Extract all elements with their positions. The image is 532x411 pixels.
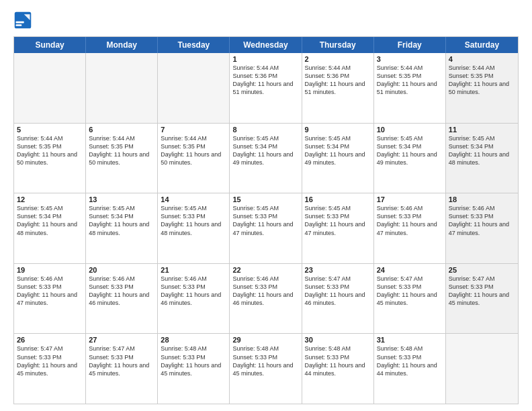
cell-info: Sunrise: 5:45 AMSunset: 5:33 PMDaylight:… <box>305 204 371 237</box>
cell-info: Sunrise: 5:46 AMSunset: 5:33 PMDaylight:… <box>449 204 515 237</box>
calendar-cell-28: 28Sunrise: 5:48 AMSunset: 5:33 PMDayligh… <box>158 334 230 404</box>
calendar-cell-30: 30Sunrise: 5:48 AMSunset: 5:33 PMDayligh… <box>302 334 374 404</box>
weekday-header-monday: Monday <box>86 37 158 53</box>
calendar-cell-15: 15Sunrise: 5:45 AMSunset: 5:33 PMDayligh… <box>230 193 302 263</box>
day-number: 23 <box>305 266 371 274</box>
calendar-cell-24: 24Sunrise: 5:47 AMSunset: 5:33 PMDayligh… <box>374 264 446 334</box>
cell-info: Sunrise: 5:44 AMSunset: 5:35 PMDaylight:… <box>377 64 443 97</box>
cell-info: Sunrise: 5:45 AMSunset: 5:34 PMDaylight:… <box>17 204 83 237</box>
logo <box>13 11 35 30</box>
svg-rect-3 <box>16 24 22 26</box>
calendar-cell-empty <box>446 334 518 404</box>
calendar-cell-16: 16Sunrise: 5:45 AMSunset: 5:33 PMDayligh… <box>302 193 374 263</box>
cell-info: Sunrise: 5:44 AMSunset: 5:36 PMDaylight:… <box>305 64 371 97</box>
day-number: 15 <box>232 195 298 203</box>
calendar-cell-17: 17Sunrise: 5:46 AMSunset: 5:33 PMDayligh… <box>374 193 446 263</box>
day-number: 21 <box>161 266 226 274</box>
cell-info: Sunrise: 5:45 AMSunset: 5:33 PMDaylight:… <box>232 204 298 237</box>
day-number: 8 <box>232 126 298 134</box>
cell-info: Sunrise: 5:48 AMSunset: 5:33 PMDaylight:… <box>232 345 298 377</box>
cell-info: Sunrise: 5:47 AMSunset: 5:33 PMDaylight:… <box>89 345 154 377</box>
logo-icon <box>13 11 32 30</box>
cell-info: Sunrise: 5:48 AMSunset: 5:33 PMDaylight:… <box>377 345 443 377</box>
calendar-cell-13: 13Sunrise: 5:45 AMSunset: 5:34 PMDayligh… <box>86 193 158 263</box>
cell-info: Sunrise: 5:46 AMSunset: 5:33 PMDaylight:… <box>377 204 443 237</box>
calendar-cell-26: 26Sunrise: 5:47 AMSunset: 5:33 PMDayligh… <box>14 334 86 404</box>
cell-info: Sunrise: 5:45 AMSunset: 5:33 PMDaylight:… <box>161 204 226 237</box>
day-number: 27 <box>89 336 154 344</box>
day-number: 20 <box>89 266 154 274</box>
calendar-cell-empty <box>14 53 86 123</box>
calendar-row-1: 5Sunrise: 5:44 AMSunset: 5:35 PMDaylight… <box>14 123 518 193</box>
cell-info: Sunrise: 5:45 AMSunset: 5:34 PMDaylight:… <box>232 134 298 167</box>
day-number: 9 <box>305 126 371 134</box>
cell-info: Sunrise: 5:44 AMSunset: 5:36 PMDaylight:… <box>232 64 298 97</box>
cell-info: Sunrise: 5:44 AMSunset: 5:35 PMDaylight:… <box>449 64 515 97</box>
day-number: 12 <box>17 195 83 203</box>
day-number: 3 <box>377 55 443 63</box>
calendar-header: SundayMondayTuesdayWednesdayThursdayFrid… <box>14 37 518 53</box>
calendar-cell-29: 29Sunrise: 5:48 AMSunset: 5:33 PMDayligh… <box>230 334 302 404</box>
calendar-cell-20: 20Sunrise: 5:46 AMSunset: 5:33 PMDayligh… <box>86 264 158 334</box>
calendar-cell-8: 8Sunrise: 5:45 AMSunset: 5:34 PMDaylight… <box>230 124 302 193</box>
day-number: 10 <box>377 126 443 134</box>
calendar-cell-18: 18Sunrise: 5:46 AMSunset: 5:33 PMDayligh… <box>446 193 518 263</box>
day-number: 2 <box>305 55 371 63</box>
calendar-cell-21: 21Sunrise: 5:46 AMSunset: 5:33 PMDayligh… <box>158 264 230 334</box>
cell-info: Sunrise: 5:45 AMSunset: 5:34 PMDaylight:… <box>449 134 515 167</box>
calendar-cell-11: 11Sunrise: 5:45 AMSunset: 5:34 PMDayligh… <box>446 124 518 193</box>
calendar-cell-31: 31Sunrise: 5:48 AMSunset: 5:33 PMDayligh… <box>374 334 446 404</box>
cell-info: Sunrise: 5:47 AMSunset: 5:33 PMDaylight:… <box>377 275 443 308</box>
calendar-cell-2: 2Sunrise: 5:44 AMSunset: 5:36 PMDaylight… <box>302 53 374 123</box>
calendar-cell-empty <box>158 53 230 123</box>
day-number: 11 <box>449 126 515 134</box>
cell-info: Sunrise: 5:47 AMSunset: 5:33 PMDaylight:… <box>17 345 83 377</box>
day-number: 22 <box>232 266 298 274</box>
day-number: 6 <box>89 126 154 134</box>
day-number: 28 <box>161 336 226 344</box>
cell-info: Sunrise: 5:46 AMSunset: 5:33 PMDaylight:… <box>161 275 226 308</box>
calendar-body: 1Sunrise: 5:44 AMSunset: 5:36 PMDaylight… <box>14 53 518 404</box>
day-number: 1 <box>232 55 298 63</box>
calendar-cell-6: 6Sunrise: 5:44 AMSunset: 5:35 PMDaylight… <box>86 124 158 193</box>
day-number: 14 <box>161 195 226 203</box>
weekday-header-wednesday: Wednesday <box>230 37 302 53</box>
cell-info: Sunrise: 5:46 AMSunset: 5:33 PMDaylight:… <box>89 275 154 308</box>
day-number: 16 <box>305 195 371 203</box>
day-number: 7 <box>161 126 226 134</box>
header <box>13 11 519 30</box>
cell-info: Sunrise: 5:48 AMSunset: 5:33 PMDaylight:… <box>161 345 226 377</box>
calendar-cell-23: 23Sunrise: 5:47 AMSunset: 5:33 PMDayligh… <box>302 264 374 334</box>
day-number: 26 <box>17 336 83 344</box>
cell-info: Sunrise: 5:46 AMSunset: 5:33 PMDaylight:… <box>17 275 83 308</box>
calendar-cell-14: 14Sunrise: 5:45 AMSunset: 5:33 PMDayligh… <box>158 193 230 263</box>
weekday-header-tuesday: Tuesday <box>158 37 230 53</box>
calendar-cell-19: 19Sunrise: 5:46 AMSunset: 5:33 PMDayligh… <box>14 264 86 334</box>
calendar-cell-1: 1Sunrise: 5:44 AMSunset: 5:36 PMDaylight… <box>230 53 302 123</box>
day-number: 24 <box>377 266 443 274</box>
calendar-cell-5: 5Sunrise: 5:44 AMSunset: 5:35 PMDaylight… <box>14 124 86 193</box>
calendar-cell-9: 9Sunrise: 5:45 AMSunset: 5:34 PMDaylight… <box>302 124 374 193</box>
svg-rect-2 <box>16 21 24 24</box>
page: SundayMondayTuesdayWednesdayThursdayFrid… <box>0 0 532 411</box>
calendar-cell-empty <box>86 53 158 123</box>
weekday-header-thursday: Thursday <box>302 37 374 53</box>
day-number: 4 <box>449 55 515 63</box>
calendar-row-3: 19Sunrise: 5:46 AMSunset: 5:33 PMDayligh… <box>14 263 518 334</box>
cell-info: Sunrise: 5:48 AMSunset: 5:33 PMDaylight:… <box>305 345 371 377</box>
calendar: SundayMondayTuesdayWednesdayThursdayFrid… <box>13 36 519 404</box>
calendar-cell-4: 4Sunrise: 5:44 AMSunset: 5:35 PMDaylight… <box>446 53 518 123</box>
day-number: 17 <box>377 195 443 203</box>
calendar-cell-27: 27Sunrise: 5:47 AMSunset: 5:33 PMDayligh… <box>86 334 158 404</box>
calendar-cell-12: 12Sunrise: 5:45 AMSunset: 5:34 PMDayligh… <box>14 193 86 263</box>
calendar-row-0: 1Sunrise: 5:44 AMSunset: 5:36 PMDaylight… <box>14 53 518 123</box>
day-number: 5 <box>17 126 83 134</box>
day-number: 25 <box>449 266 515 274</box>
day-number: 19 <box>17 266 83 274</box>
cell-info: Sunrise: 5:44 AMSunset: 5:35 PMDaylight:… <box>89 134 154 167</box>
day-number: 29 <box>232 336 298 344</box>
day-number: 13 <box>89 195 154 203</box>
calendar-cell-10: 10Sunrise: 5:45 AMSunset: 5:34 PMDayligh… <box>374 124 446 193</box>
calendar-cell-3: 3Sunrise: 5:44 AMSunset: 5:35 PMDaylight… <box>374 53 446 123</box>
cell-info: Sunrise: 5:45 AMSunset: 5:34 PMDaylight:… <box>89 204 154 237</box>
